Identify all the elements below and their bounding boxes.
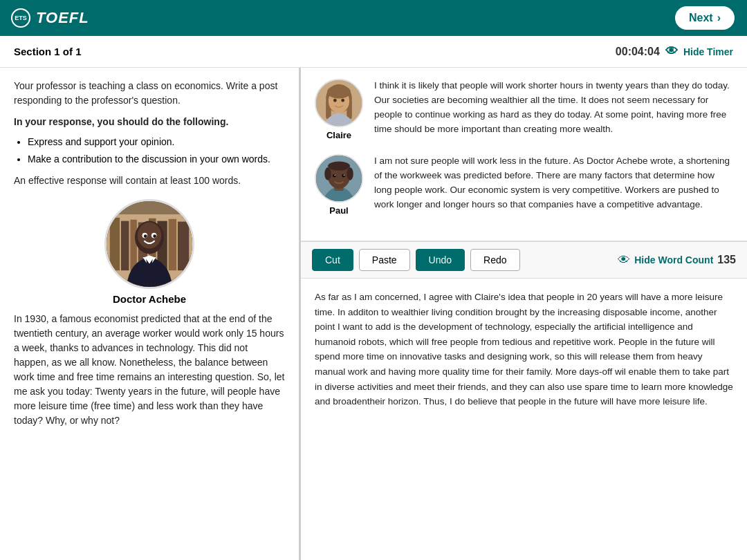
svg-point-15 — [153, 234, 156, 238]
chevron-right-icon: › — [717, 12, 721, 24]
svg-point-33 — [335, 175, 336, 176]
svg-point-14 — [144, 234, 147, 238]
paul-post-text: I am not sure people will work less in t… — [374, 154, 733, 212]
header: ETS TOEFL Next › — [0, 0, 747, 36]
paste-button[interactable]: Paste — [359, 249, 410, 271]
word-count-area: 👁 Hide Word Count 135 — [618, 253, 736, 268]
svg-point-29 — [324, 167, 331, 180]
logo-area: ETS TOEFL — [11, 8, 89, 28]
effective-response-text: An effective response will contain at le… — [14, 174, 285, 188]
word-count-number: 135 — [717, 254, 736, 266]
ets-logo: ETS — [11, 8, 30, 28]
professor-avatar — [104, 199, 194, 289]
claire-avatar — [315, 79, 363, 127]
eye-icon: 👁 — [665, 44, 678, 59]
professor-profile: Doctor Achebe — [14, 199, 285, 305]
right-panel: Claire I think it is likely that people … — [301, 68, 747, 560]
svg-point-28 — [328, 161, 350, 170]
timer-area: 00:04:04 👁 Hide Timer — [616, 44, 733, 59]
redo-button[interactable]: Redo — [470, 249, 519, 271]
instructions-list: Express and support your opinion. Make a… — [28, 135, 285, 167]
paul-name: Paul — [329, 205, 348, 216]
svg-rect-2 — [110, 218, 120, 270]
svg-rect-4 — [130, 220, 137, 270]
main-content: Your professor is teaching a class on ec… — [0, 68, 747, 560]
discussion-area: Claire I think it is likely that people … — [301, 68, 747, 241]
next-button[interactable]: Next › — [674, 5, 736, 31]
timer-display: 00:04:04 — [616, 46, 660, 58]
svg-point-32 — [342, 174, 345, 178]
section-bar: Section 1 of 1 00:04:04 👁 Hide Timer — [0, 36, 747, 68]
svg-rect-3 — [121, 221, 129, 271]
instruction-item-2: Make a contribution to the discussion in… — [28, 152, 285, 167]
section-title: Section 1 of 1 — [14, 46, 82, 57]
eye-icon-wordcount: 👁 — [618, 253, 630, 268]
paul-avatar-container: Paul — [315, 154, 363, 216]
instruction-header: In your response, you should do the foll… — [14, 115, 285, 129]
svg-point-11 — [138, 223, 161, 249]
claire-avatar-container: Claire — [315, 79, 363, 140]
paul-post: Paul I am not sure people will work less… — [315, 154, 733, 216]
undo-button[interactable]: Undo — [416, 249, 465, 271]
svg-point-23 — [333, 99, 337, 102]
claire-post-text: I think it is likely that people will wo… — [374, 79, 733, 137]
toefl-logo-text: TOEFL — [36, 9, 89, 27]
svg-point-24 — [341, 99, 344, 102]
svg-point-22 — [327, 86, 351, 99]
cut-button[interactable]: Cut — [312, 249, 353, 271]
hide-timer-button[interactable]: Hide Timer — [683, 46, 733, 57]
student-response-text: As far as I am concerned, I agree with C… — [315, 290, 733, 409]
svg-point-30 — [347, 167, 353, 180]
svg-point-34 — [344, 175, 345, 176]
passage-text: In 1930, a famous economist predicted th… — [14, 312, 285, 428]
claire-name: Claire — [326, 130, 351, 140]
svg-point-31 — [333, 174, 336, 178]
claire-post: Claire I think it is likely that people … — [315, 79, 733, 140]
svg-rect-8 — [169, 219, 176, 270]
paul-avatar — [315, 154, 363, 203]
hide-word-count-button[interactable]: Hide Word Count — [634, 254, 713, 265]
professor-name: Doctor Achebe — [113, 293, 186, 305]
instruction-item-1: Express and support your opinion. — [28, 135, 285, 149]
svg-rect-9 — [178, 222, 189, 271]
editor-toolbar: Cut Paste Undo Redo 👁 Hide Word Count 13… — [301, 241, 747, 279]
intro-text: Your professor is teaching a class on ec… — [14, 79, 285, 108]
writing-area[interactable]: As far as I am concerned, I agree with C… — [301, 279, 747, 560]
left-panel: Your professor is teaching a class on ec… — [0, 68, 301, 560]
